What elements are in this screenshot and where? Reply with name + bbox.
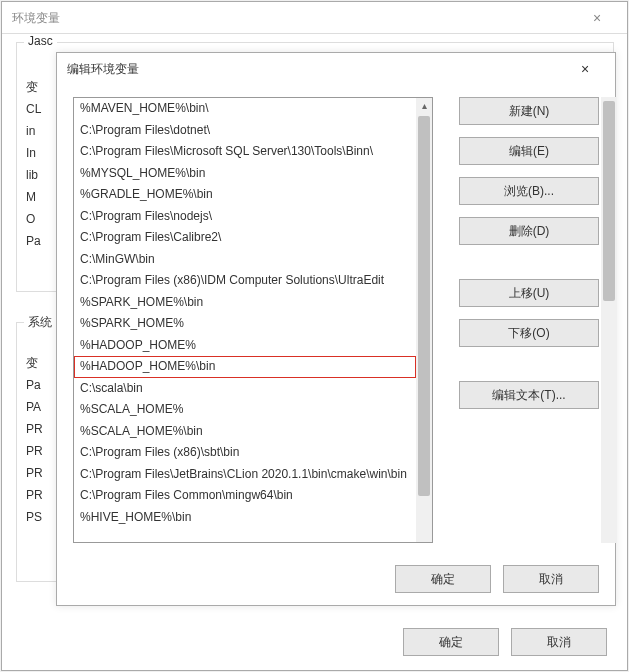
list-item[interactable]: C:\scala\bin [74, 378, 416, 400]
move-down-button[interactable]: 下移(O) [459, 319, 599, 347]
list-item[interactable]: %GRADLE_HOME%\bin [74, 184, 416, 206]
edit-env-var-titlebar: 编辑环境变量 × [57, 53, 615, 85]
system-vars-label: 系统 [24, 314, 56, 331]
list-item[interactable]: %SPARK_HOME% [74, 313, 416, 335]
env-vars-titlebar: 环境变量 × [2, 2, 627, 34]
delete-button[interactable]: 删除(D) [459, 217, 599, 245]
button-col-scrollbar[interactable] [601, 97, 617, 543]
list-item[interactable]: %MAVEN_HOME%\bin\ [74, 98, 416, 120]
list-item[interactable]: C:\MinGW\bin [74, 249, 416, 271]
path-listbox[interactable]: %MAVEN_HOME%\bin\C:\Program Files\dotnet… [73, 97, 433, 543]
list-item[interactable]: %SCALA_HOME% [74, 399, 416, 421]
ok-button[interactable]: 确定 [395, 565, 491, 593]
list-item[interactable]: C:\Program Files\Calibre2\ [74, 227, 416, 249]
edit-text-button[interactable]: 编辑文本(T)... [459, 381, 599, 409]
list-item[interactable]: C:\Program Files\dotnet\ [74, 120, 416, 142]
new-button[interactable]: 新建(N) [459, 97, 599, 125]
edit-env-var-footer: 确定 取消 [395, 565, 599, 593]
move-up-button[interactable]: 上移(U) [459, 279, 599, 307]
list-item[interactable]: %SPARK_HOME%\bin [74, 292, 416, 314]
list-item[interactable]: C:\Program Files Common\mingw64\bin [74, 485, 416, 507]
browse-button[interactable]: 浏览(B)... [459, 177, 599, 205]
cancel-button[interactable]: 取消 [503, 565, 599, 593]
list-item[interactable]: %MYSQL_HOME%\bin [74, 163, 416, 185]
list-item[interactable]: %HADOOP_HOME% [74, 335, 416, 357]
list-item[interactable]: C:\Program Files\Microsoft SQL Server\13… [74, 141, 416, 163]
edit-env-var-title: 编辑环境变量 [67, 53, 139, 85]
edit-button[interactable]: 编辑(E) [459, 137, 599, 165]
close-icon[interactable]: × [577, 2, 617, 34]
cancel-button[interactable]: 取消 [511, 628, 607, 656]
list-item[interactable]: %HIVE_HOME%\bin [74, 507, 416, 529]
scrollbar-thumb[interactable] [418, 116, 430, 496]
list-item[interactable]: C:\Program Files (x86)\sbt\bin [74, 442, 416, 464]
list-item[interactable]: C:\Program Files\nodejs\ [74, 206, 416, 228]
listbox-scrollbar[interactable]: ▴ [416, 98, 432, 542]
scrollbar-thumb[interactable] [603, 101, 615, 301]
scroll-up-icon[interactable]: ▴ [416, 98, 432, 114]
env-vars-footer: 确定 取消 [403, 628, 607, 656]
env-vars-title: 环境变量 [12, 2, 60, 34]
button-column: 新建(N) 编辑(E) 浏览(B)... 删除(D) 上移(U) 下移(O) 编… [459, 97, 599, 421]
list-item[interactable]: C:\Program Files\JetBrains\CLion 2020.1.… [74, 464, 416, 486]
list-item[interactable]: C:\Program Files (x86)\IDM Computer Solu… [74, 270, 416, 292]
user-vars-label: Jasc [24, 34, 57, 48]
list-item[interactable]: %HADOOP_HOME%\bin [74, 356, 416, 378]
ok-button[interactable]: 确定 [403, 628, 499, 656]
close-icon[interactable]: × [565, 53, 605, 85]
edit-env-var-dialog: 编辑环境变量 × %MAVEN_HOME%\bin\C:\Program Fil… [56, 52, 616, 606]
list-item[interactable]: %SCALA_HOME%\bin [74, 421, 416, 443]
